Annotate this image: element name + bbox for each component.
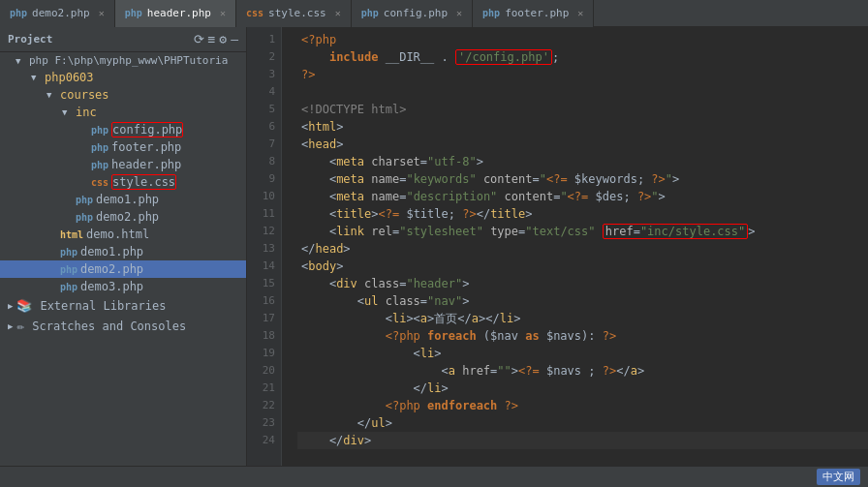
tab-config-label: config.php [384, 7, 448, 19]
line-num-8: 8 [247, 153, 275, 170]
php-icon-2: php [125, 8, 142, 18]
tab-demo2[interactable]: php demo2.php ✕ [0, 0, 115, 27]
tree-php0603-arrow: ▼ [31, 73, 45, 82]
line-num-13: 13 [247, 240, 275, 258]
code-line-1: <?php [297, 31, 868, 48]
code-line-7: <head> [297, 136, 868, 153]
sidebar-settings-icon[interactable]: ⚙ [219, 32, 227, 46]
line-num-14: 14 [247, 258, 275, 275]
code-line-23: </ul> [297, 414, 868, 432]
sidebar-sync-icon[interactable]: ⟳ [194, 32, 204, 46]
sidebar-minimize-icon[interactable]: — [231, 32, 238, 46]
code-line-16: <ul class="nav"> [297, 292, 868, 310]
tab-footer-label: footer.php [505, 7, 569, 19]
tree-courses-arrow: ▼ [46, 90, 60, 100]
code-line-12: <link rel="stylesheet" type="text/css" h… [297, 223, 868, 240]
tab-header-label: header.php [147, 7, 211, 19]
tab-style[interactable]: css style.css ✕ [236, 0, 352, 27]
line-num-20: 20 [247, 362, 275, 380]
tree-inc-label: inc [76, 106, 97, 119]
tree-courses-label: courses [60, 88, 109, 102]
tree-courses-demo1-label: demo1.php [96, 193, 159, 206]
scratches-consoles[interactable]: ▶ ✏️ Scratches and Consoles [0, 316, 246, 336]
tree-demo2-php-label: demo2.php [80, 262, 143, 276]
line-num-24: 24 [247, 432, 275, 449]
external-libraries[interactable]: ▶ 📚 External Libraries [0, 295, 246, 316]
line-num-23: 23 [247, 414, 275, 432]
tab-style-close[interactable]: ✕ [335, 8, 341, 18]
line-num-12: 12 [247, 223, 275, 240]
tree-demo1-php[interactable]: php demo1.php [0, 243, 246, 260]
scratches-icon: ✏️ [16, 319, 24, 333]
line-num-9: 9 [247, 170, 275, 188]
tab-config-close[interactable]: ✕ [456, 8, 462, 18]
code-line-20: <a href=""><?= $navs ; ?></a> [297, 362, 868, 380]
line-num-6: 6 [247, 118, 275, 136]
tree-style-css[interactable]: css style.css [0, 173, 246, 191]
sidebar: Project ⟳ ≡ ⚙ — ▼ php F:\php\myphp_www\P… [0, 27, 247, 466]
code-line-19: <li> [297, 345, 868, 362]
code-line-24: </div> [297, 432, 868, 449]
tree-courses[interactable]: ▼ courses [0, 86, 246, 104]
tree-demo3-php[interactable]: php demo3.php [0, 278, 246, 295]
sidebar-title: Project [8, 33, 52, 46]
tree-header-php-label: header.php [111, 158, 181, 171]
code-line-2: include __DIR__ . '/config.php'; [297, 48, 868, 66]
code-line-13: </head> [297, 240, 868, 258]
tree-courses-demo2[interactable]: php demo2.php [0, 208, 246, 226]
tree-footer-php[interactable]: php footer.php [0, 138, 246, 156]
tree-footer-php-label: footer.php [111, 140, 181, 154]
tree-demo-html-label: demo.html [86, 228, 149, 241]
tree-demo1-php-label: demo1.php [80, 245, 143, 259]
tree-header-php[interactable]: php header.php [0, 156, 246, 173]
tree-demo3-php-label: demo3.php [80, 280, 143, 293]
code-content[interactable]: <?php include __DIR__ . '/config.php'; ?… [297, 27, 868, 466]
tab-footer-close[interactable]: ✕ [577, 8, 583, 18]
code-line-22: <?php endforeach ?> [297, 397, 868, 414]
line-num-22: 22 [247, 397, 275, 414]
sidebar-layout-icon[interactable]: ≡ [208, 32, 216, 46]
css-icon: css [246, 8, 264, 18]
tree-style-css-label: style.css [111, 174, 176, 190]
tree-courses-demo1[interactable]: php demo1.php [0, 191, 246, 208]
line-num-10: 10 [247, 188, 275, 205]
cn-badge: 中文网 [817, 469, 860, 485]
code-line-4 [297, 83, 868, 101]
c-demo1-php-icon: php [76, 195, 93, 205]
line-numbers: 1 2 3 4 5 6 7 8 9 10 11 12 13 14 15 16 1… [247, 27, 282, 466]
editor-area: 1 2 3 4 5 6 7 8 9 10 11 12 13 14 15 16 1… [247, 27, 868, 466]
code-line-11: <title><?= $title; ?></title> [297, 205, 868, 223]
code-line-10: <meta name="description" content="<?= $d… [297, 188, 868, 205]
tree-root-label: php F:\php\myphp_www\PHPTutoria [29, 54, 228, 67]
code-line-3: ?> [297, 66, 868, 83]
line-num-11: 11 [247, 205, 275, 223]
sidebar-actions: ⟳ ≡ ⚙ — [194, 32, 238, 46]
line-num-4: 4 [247, 83, 275, 101]
code-line-17: <li><a>首页</a></li> [297, 310, 868, 327]
tree-demo2-php[interactable]: php demo2.php [0, 260, 246, 278]
line-num-17: 17 [247, 310, 275, 327]
tree-demo-html[interactable]: html demo.html [0, 226, 246, 243]
line-num-7: 7 [247, 136, 275, 153]
sidebar-header: Project ⟳ ≡ ⚙ — [0, 27, 246, 52]
config-php-icon: php [91, 125, 108, 136]
tree-inc[interactable]: ▼ inc [0, 104, 246, 121]
tab-demo2-close[interactable]: ✕ [99, 8, 105, 18]
tree-config-php[interactable]: php config.php [0, 121, 246, 138]
code-line-18: <?php foreach ($nav as $navs): ?> [297, 327, 868, 345]
tree-php0603[interactable]: ▼ php0603 [0, 69, 246, 86]
demo-html-icon: html [60, 229, 83, 240]
main-area: Project ⟳ ≡ ⚙ — ▼ php F:\php\myphp_www\P… [0, 27, 868, 466]
tree-root[interactable]: ▼ php F:\php\myphp_www\PHPTutoria [0, 52, 246, 69]
code-line-14: <body> [297, 258, 868, 275]
tab-footer[interactable]: php footer.php ✕ [473, 0, 594, 27]
tab-config[interactable]: php config.php ✕ [352, 0, 473, 27]
code-line-8: <meta charset="utf-8"> [297, 153, 868, 170]
demo2-php-icon: php [60, 264, 78, 275]
tab-header[interactable]: php header.php ✕ [115, 0, 236, 27]
sidebar-tree: ▼ php F:\php\myphp_www\PHPTutoria ▼ php0… [0, 52, 246, 466]
tab-header-close[interactable]: ✕ [220, 8, 226, 18]
code-line-21: </li> [297, 380, 868, 397]
code-line-5: <!DOCTYPE html> [297, 101, 868, 118]
tree-php0603-label: php0603 [45, 71, 94, 84]
